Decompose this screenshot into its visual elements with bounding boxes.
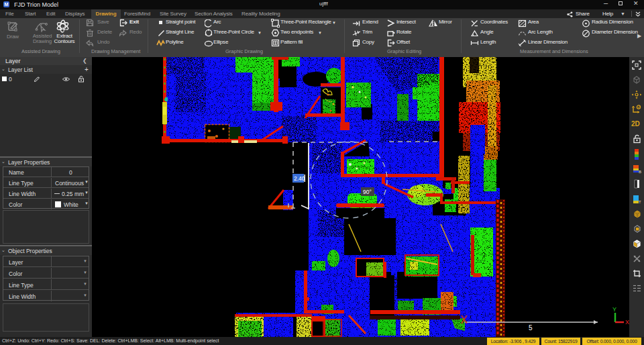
svg-text:2.40: 2.40 [294,175,305,182]
svg-text:B: B [639,170,641,174]
svg-text:90°: 90° [363,189,372,195]
svg-text:5: 5 [529,324,533,332]
svg-text:Y: Y [612,306,616,313]
svg-text:T: T [639,200,641,204]
